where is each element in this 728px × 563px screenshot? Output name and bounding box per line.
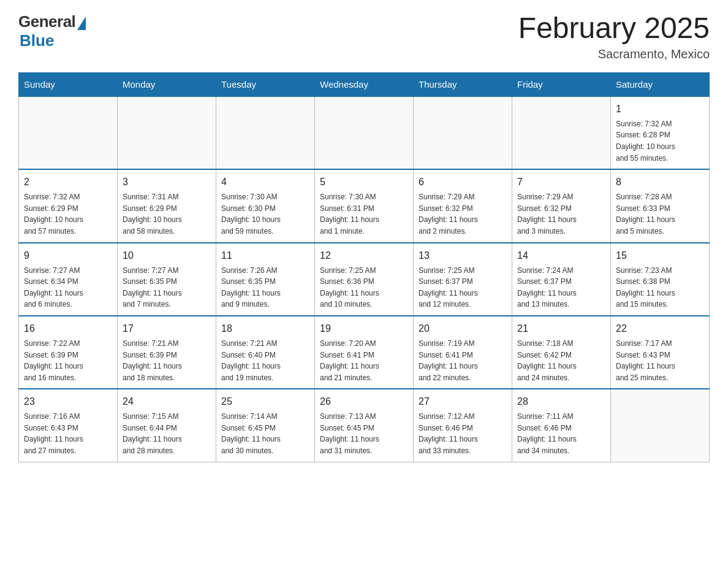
calendar-cell: 9Sunrise: 7:27 AM Sunset: 6:34 PM Daylig…: [19, 243, 118, 316]
day-number: 15: [616, 248, 704, 263]
calendar-cell: [19, 96, 118, 169]
day-number: 2: [24, 175, 112, 190]
day-info: Sunrise: 7:17 AM Sunset: 6:43 PM Dayligh…: [616, 338, 704, 383]
day-info: Sunrise: 7:16 AM Sunset: 6:43 PM Dayligh…: [24, 411, 112, 456]
day-number: 26: [320, 394, 408, 409]
calendar-cell: 7Sunrise: 7:29 AM Sunset: 6:32 PM Daylig…: [512, 169, 611, 242]
calendar-cell: [216, 96, 315, 169]
calendar-cell: 13Sunrise: 7:25 AM Sunset: 6:37 PM Dayli…: [414, 243, 512, 316]
day-number: 9: [24, 248, 112, 263]
calendar-cell: 20Sunrise: 7:19 AM Sunset: 6:41 PM Dayli…: [414, 316, 512, 389]
day-info: Sunrise: 7:27 AM Sunset: 6:34 PM Dayligh…: [24, 265, 112, 310]
col-wednesday: Wednesday: [315, 72, 414, 96]
day-number: 3: [123, 175, 211, 190]
day-number: 13: [419, 248, 507, 263]
calendar-cell: [414, 96, 512, 169]
calendar-cell: 28Sunrise: 7:11 AM Sunset: 6:46 PM Dayli…: [512, 389, 611, 462]
day-info: Sunrise: 7:21 AM Sunset: 6:40 PM Dayligh…: [221, 338, 309, 383]
logo: General Blue: [18, 12, 86, 50]
day-number: 23: [24, 394, 112, 409]
day-info: Sunrise: 7:23 AM Sunset: 6:38 PM Dayligh…: [616, 265, 704, 310]
calendar-cell: [315, 96, 414, 169]
day-number: 1: [616, 102, 704, 117]
day-info: Sunrise: 7:30 AM Sunset: 6:31 PM Dayligh…: [320, 191, 408, 237]
calendar-cell: 21Sunrise: 7:18 AM Sunset: 6:42 PM Dayli…: [512, 316, 611, 389]
calendar-cell: 1Sunrise: 7:32 AM Sunset: 6:28 PM Daylig…: [611, 96, 710, 169]
day-info: Sunrise: 7:13 AM Sunset: 6:45 PM Dayligh…: [320, 411, 408, 456]
day-info: Sunrise: 7:11 AM Sunset: 6:46 PM Dayligh…: [517, 411, 605, 456]
day-number: 21: [517, 321, 605, 336]
calendar-cell: [118, 96, 216, 169]
page-header: General Blue February 2025 Sacramento, M…: [18, 12, 710, 61]
day-number: 12: [320, 248, 408, 263]
calendar-cell: 26Sunrise: 7:13 AM Sunset: 6:45 PM Dayli…: [315, 389, 414, 462]
day-info: Sunrise: 7:29 AM Sunset: 6:32 PM Dayligh…: [419, 191, 507, 237]
day-number: 20: [419, 321, 507, 336]
day-number: 10: [123, 248, 211, 263]
day-info: Sunrise: 7:27 AM Sunset: 6:35 PM Dayligh…: [123, 265, 211, 310]
day-info: Sunrise: 7:15 AM Sunset: 6:44 PM Dayligh…: [123, 411, 211, 456]
calendar-cell: 25Sunrise: 7:14 AM Sunset: 6:45 PM Dayli…: [216, 389, 315, 462]
day-number: 16: [24, 321, 112, 336]
calendar-cell: 19Sunrise: 7:20 AM Sunset: 6:41 PM Dayli…: [315, 316, 414, 389]
logo-triangle-icon: [77, 17, 86, 30]
day-info: Sunrise: 7:30 AM Sunset: 6:30 PM Dayligh…: [221, 191, 309, 237]
col-friday: Friday: [512, 72, 611, 96]
logo-blue-text: Blue: [20, 31, 54, 50]
day-info: Sunrise: 7:32 AM Sunset: 6:28 PM Dayligh…: [616, 118, 704, 164]
day-number: 17: [123, 321, 211, 336]
day-number: 24: [123, 394, 211, 409]
week-row: 16Sunrise: 7:22 AM Sunset: 6:39 PM Dayli…: [19, 316, 710, 389]
col-thursday: Thursday: [414, 72, 512, 96]
calendar-cell: 10Sunrise: 7:27 AM Sunset: 6:35 PM Dayli…: [118, 243, 216, 316]
day-info: Sunrise: 7:22 AM Sunset: 6:39 PM Dayligh…: [24, 338, 112, 383]
calendar-cell: [512, 96, 611, 169]
day-info: Sunrise: 7:12 AM Sunset: 6:46 PM Dayligh…: [419, 411, 507, 456]
day-info: Sunrise: 7:21 AM Sunset: 6:39 PM Dayligh…: [123, 338, 211, 383]
location-title: Sacramento, Mexico: [518, 47, 710, 61]
day-info: Sunrise: 7:28 AM Sunset: 6:33 PM Dayligh…: [616, 191, 704, 237]
day-info: Sunrise: 7:14 AM Sunset: 6:45 PM Dayligh…: [221, 411, 309, 456]
day-number: 27: [419, 394, 507, 409]
calendar-table: Sunday Monday Tuesday Wednesday Thursday…: [18, 72, 710, 462]
col-sunday: Sunday: [19, 72, 118, 96]
day-info: Sunrise: 7:31 AM Sunset: 6:29 PM Dayligh…: [123, 191, 211, 237]
week-row: 1Sunrise: 7:32 AM Sunset: 6:28 PM Daylig…: [19, 96, 710, 169]
calendar-cell: 11Sunrise: 7:26 AM Sunset: 6:35 PM Dayli…: [216, 243, 315, 316]
day-info: Sunrise: 7:24 AM Sunset: 6:37 PM Dayligh…: [517, 265, 605, 310]
calendar-cell: 18Sunrise: 7:21 AM Sunset: 6:40 PM Dayli…: [216, 316, 315, 389]
day-number: 28: [517, 394, 605, 409]
day-number: 7: [517, 175, 605, 190]
calendar-cell: [611, 389, 710, 462]
calendar-cell: 16Sunrise: 7:22 AM Sunset: 6:39 PM Dayli…: [19, 316, 118, 389]
calendar-cell: 17Sunrise: 7:21 AM Sunset: 6:39 PM Dayli…: [118, 316, 216, 389]
calendar-cell: 5Sunrise: 7:30 AM Sunset: 6:31 PM Daylig…: [315, 169, 414, 242]
calendar-cell: 3Sunrise: 7:31 AM Sunset: 6:29 PM Daylig…: [118, 169, 216, 242]
day-info: Sunrise: 7:19 AM Sunset: 6:41 PM Dayligh…: [419, 338, 507, 383]
day-number: 11: [221, 248, 309, 263]
week-row: 23Sunrise: 7:16 AM Sunset: 6:43 PM Dayli…: [19, 389, 710, 462]
days-of-week-row: Sunday Monday Tuesday Wednesday Thursday…: [19, 72, 710, 96]
calendar-cell: 6Sunrise: 7:29 AM Sunset: 6:32 PM Daylig…: [414, 169, 512, 242]
day-number: 6: [419, 175, 507, 190]
calendar-cell: 15Sunrise: 7:23 AM Sunset: 6:38 PM Dayli…: [611, 243, 710, 316]
day-number: 22: [616, 321, 704, 336]
day-number: 4: [221, 175, 309, 190]
day-number: 18: [221, 321, 309, 336]
day-info: Sunrise: 7:26 AM Sunset: 6:35 PM Dayligh…: [221, 265, 309, 310]
day-info: Sunrise: 7:25 AM Sunset: 6:36 PM Dayligh…: [320, 265, 408, 310]
calendar-cell: 23Sunrise: 7:16 AM Sunset: 6:43 PM Dayli…: [19, 389, 118, 462]
day-info: Sunrise: 7:32 AM Sunset: 6:29 PM Dayligh…: [24, 191, 112, 237]
col-saturday: Saturday: [611, 72, 710, 96]
day-info: Sunrise: 7:25 AM Sunset: 6:37 PM Dayligh…: [419, 265, 507, 310]
day-number: 19: [320, 321, 408, 336]
col-monday: Monday: [118, 72, 216, 96]
calendar-cell: 27Sunrise: 7:12 AM Sunset: 6:46 PM Dayli…: [414, 389, 512, 462]
col-tuesday: Tuesday: [216, 72, 315, 96]
calendar-cell: 24Sunrise: 7:15 AM Sunset: 6:44 PM Dayli…: [118, 389, 216, 462]
calendar-cell: 12Sunrise: 7:25 AM Sunset: 6:36 PM Dayli…: [315, 243, 414, 316]
week-row: 2Sunrise: 7:32 AM Sunset: 6:29 PM Daylig…: [19, 169, 710, 242]
calendar-cell: 14Sunrise: 7:24 AM Sunset: 6:37 PM Dayli…: [512, 243, 611, 316]
calendar-cell: 8Sunrise: 7:28 AM Sunset: 6:33 PM Daylig…: [611, 169, 710, 242]
week-row: 9Sunrise: 7:27 AM Sunset: 6:34 PM Daylig…: [19, 243, 710, 316]
